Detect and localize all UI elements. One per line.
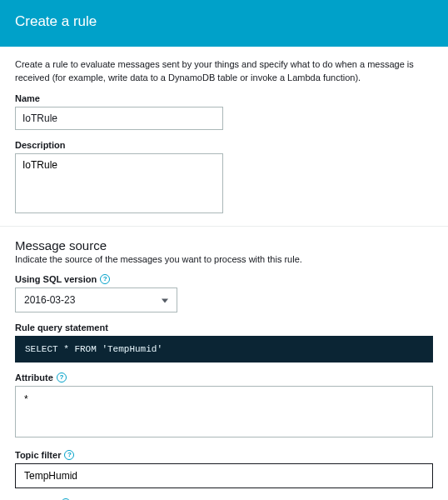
topic-filter-label: Topic filter ? xyxy=(15,450,433,460)
topic-filter-field: Topic filter ? xyxy=(15,450,433,488)
description-label: Description xyxy=(15,140,433,150)
sql-version-field: Using SQL version ? 2016-03-23 xyxy=(15,274,433,312)
info-icon[interactable]: ? xyxy=(64,450,74,460)
section-divider xyxy=(0,226,448,227)
attribute-label-text: Attribute xyxy=(15,372,53,382)
sql-version-label: Using SQL version ? xyxy=(15,274,433,284)
info-icon[interactable]: ? xyxy=(100,274,110,284)
message-source-section: Message source Indicate the source of th… xyxy=(0,238,448,500)
name-field: Name xyxy=(15,93,433,130)
sql-version-label-text: Using SQL version xyxy=(15,274,97,284)
attribute-field: Attribute ? xyxy=(15,372,433,440)
name-label: Name xyxy=(15,93,433,103)
message-source-subtitle: Indicate the source of the messages you … xyxy=(15,254,433,264)
name-input[interactable] xyxy=(15,107,223,130)
sql-version-select-wrap: 2016-03-23 xyxy=(15,288,177,312)
description-input[interactable]: <span></span> xyxy=(15,153,223,213)
page-banner: Create a rule xyxy=(0,0,448,47)
description-field: Description <span></span> xyxy=(15,140,433,216)
query-statement-code: SELECT * FROM 'TempHumid' xyxy=(15,336,433,362)
attribute-input[interactable] xyxy=(15,386,433,438)
intro-text: Create a rule to evaluate messages sent … xyxy=(15,58,433,85)
page-title: Create a rule xyxy=(15,13,433,30)
query-statement-field: Rule query statement SELECT * FROM 'Temp… xyxy=(15,322,433,362)
info-icon[interactable]: ? xyxy=(57,372,67,382)
content-top: Create a rule to evaluate messages sent … xyxy=(0,47,448,216)
topic-filter-input[interactable] xyxy=(15,463,433,488)
message-source-title: Message source xyxy=(15,238,433,252)
topic-filter-label-text: Topic filter xyxy=(15,450,61,460)
sql-version-select[interactable]: 2016-03-23 xyxy=(15,288,177,312)
attribute-label: Attribute ? xyxy=(15,372,433,382)
query-statement-label: Rule query statement xyxy=(15,322,433,332)
